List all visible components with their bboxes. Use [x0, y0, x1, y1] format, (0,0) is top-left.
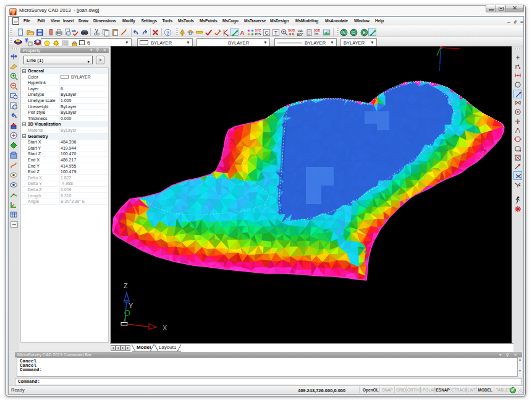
svg-text:?: ? — [166, 30, 169, 36]
svg-text:PTS: PTS — [255, 33, 260, 36]
svg-text:Z: Z — [124, 282, 128, 289]
svg-text:LBL: LBL — [297, 30, 303, 33]
svg-text:D: D — [352, 30, 355, 35]
svg-text:A: A — [240, 29, 244, 36]
svg-text:F: F — [292, 32, 293, 36]
svg-text:SOE: SOE — [313, 29, 319, 32]
svg-text:ab: ab — [72, 29, 76, 33]
svg-text:N: N — [342, 30, 345, 35]
svg-text:Y: Y — [129, 302, 133, 309]
svg-text:X: X — [163, 324, 167, 331]
svg-text:BEF: BEF — [297, 33, 303, 36]
svg-text:C: C — [264, 30, 268, 36]
svg-text:E: E — [362, 30, 365, 35]
svg-text:T: T — [274, 30, 277, 36]
svg-text:XYZ: XYZ — [255, 29, 260, 32]
